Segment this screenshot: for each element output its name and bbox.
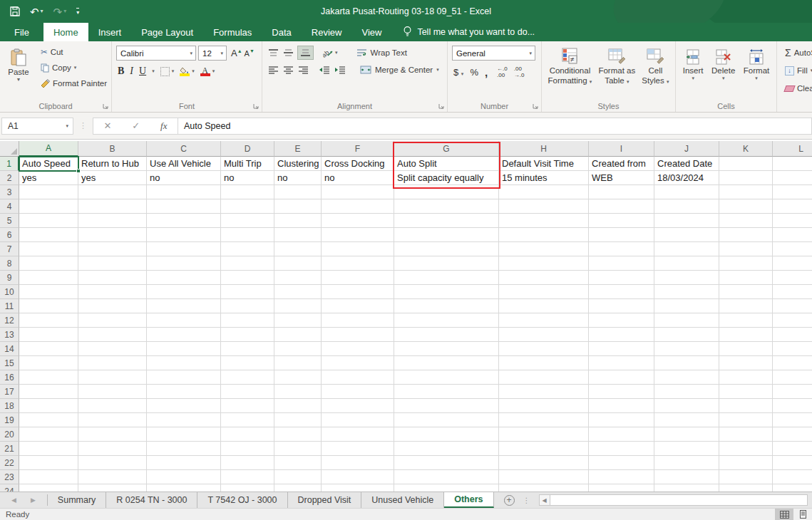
column-header-B[interactable]: B: [78, 141, 147, 157]
cell-H24[interactable]: [499, 484, 589, 492]
underline-button[interactable]: U: [139, 66, 146, 77]
cell-B20[interactable]: [78, 427, 147, 442]
cell-D6[interactable]: [221, 228, 274, 242]
cell-D15[interactable]: [221, 356, 274, 370]
cell-C9[interactable]: [147, 271, 221, 285]
cell-B16[interactable]: [78, 370, 147, 385]
cell-H18[interactable]: [499, 399, 589, 413]
cell-H9[interactable]: [499, 271, 589, 285]
row-header-16[interactable]: 16: [0, 370, 19, 385]
cell-A13[interactable]: [19, 328, 78, 342]
cell-C15[interactable]: [147, 356, 221, 370]
fill-button[interactable]: ↓Fill▾: [783, 63, 812, 78]
font-name-combo[interactable]: Calibri▾: [116, 46, 196, 61]
wrap-text-button[interactable]: Wrap Text: [356, 48, 407, 57]
cancel-icon[interactable]: ✕: [103, 120, 111, 131]
cell-I3[interactable]: [589, 185, 654, 199]
cell-E8[interactable]: [274, 256, 322, 271]
cell-L2[interactable]: [773, 171, 812, 185]
cell-C23[interactable]: [147, 470, 221, 484]
cell-A19[interactable]: [19, 413, 78, 427]
cell-K6[interactable]: [719, 228, 773, 242]
cell-D22[interactable]: [221, 456, 274, 470]
cell-I7[interactable]: [589, 242, 654, 256]
cell-J15[interactable]: [654, 356, 719, 370]
cell-F2[interactable]: no: [322, 171, 394, 185]
cell-K9[interactable]: [719, 271, 773, 285]
column-header-I[interactable]: I: [589, 141, 654, 157]
clear-button[interactable]: Clear: [783, 80, 812, 96]
row-header-18[interactable]: 18: [0, 399, 19, 413]
column-header-F[interactable]: F: [322, 141, 394, 157]
scroll-left-icon[interactable]: ◀: [539, 494, 550, 506]
cell-L12[interactable]: [773, 313, 812, 328]
bottom-align-icon[interactable]: [298, 46, 313, 59]
cell-I19[interactable]: [589, 413, 654, 427]
cell-A6[interactable]: [19, 228, 78, 242]
cell-G2[interactable]: Split capacity equally: [394, 171, 499, 185]
cell-E16[interactable]: [274, 370, 322, 385]
cell-D12[interactable]: [221, 313, 274, 328]
cell-L4[interactable]: [773, 199, 812, 214]
cell-I5[interactable]: [589, 214, 654, 228]
cell-G22[interactable]: [394, 456, 499, 470]
cell-E21[interactable]: [274, 442, 322, 456]
clipboard-dialog-launcher[interactable]: [102, 103, 109, 110]
cell-J3[interactable]: [654, 185, 719, 199]
cell-B7[interactable]: [78, 242, 147, 256]
merge-center-button[interactable]: Merge & Center▾: [360, 66, 439, 74]
row-header-15[interactable]: 15: [0, 356, 19, 370]
cell-I12[interactable]: [589, 313, 654, 328]
cell-H19[interactable]: [499, 413, 589, 427]
cell-J12[interactable]: [654, 313, 719, 328]
cell-G24[interactable]: [394, 484, 499, 492]
cell-C12[interactable]: [147, 313, 221, 328]
cell-F10[interactable]: [322, 285, 394, 299]
page-layout-view-icon[interactable]: [793, 509, 812, 520]
cell-H1[interactable]: Default Visit Time: [499, 157, 589, 171]
cell-F12[interactable]: [322, 313, 394, 328]
cell-G13[interactable]: [394, 328, 499, 342]
cell-K16[interactable]: [719, 370, 773, 385]
cell-E2[interactable]: no: [274, 171, 322, 185]
autosum-button[interactable]: ΣAutoSum: [783, 45, 812, 61]
cell-D4[interactable]: [221, 199, 274, 214]
cell-B3[interactable]: [78, 185, 147, 199]
cell-F23[interactable]: [322, 470, 394, 484]
cell-F19[interactable]: [322, 413, 394, 427]
cell-K23[interactable]: [719, 470, 773, 484]
cell-G19[interactable]: [394, 413, 499, 427]
cell-G16[interactable]: [394, 370, 499, 385]
cell-A24[interactable]: [19, 484, 78, 492]
decrease-decimal-icon[interactable]: .00→.0: [514, 66, 525, 79]
decrease-indent-icon[interactable]: [319, 66, 330, 74]
cell-C3[interactable]: [147, 185, 221, 199]
font-color-button[interactable]: A ▾: [200, 67, 215, 76]
sheet-tab-summary[interactable]: Summary: [48, 492, 106, 508]
row-header-4[interactable]: 4: [0, 199, 19, 214]
tab-file[interactable]: File: [0, 23, 43, 41]
cell-C10[interactable]: [147, 285, 221, 299]
cell-B8[interactable]: [78, 256, 147, 271]
cell-C17[interactable]: [147, 385, 221, 399]
cell-J10[interactable]: [654, 285, 719, 299]
cell-J18[interactable]: [654, 399, 719, 413]
tab-view[interactable]: View: [351, 23, 391, 41]
cell-D21[interactable]: [221, 442, 274, 456]
cell-J1[interactable]: Created Date: [654, 157, 719, 171]
cell-J22[interactable]: [654, 456, 719, 470]
cell-E20[interactable]: [274, 427, 322, 442]
cell-B6[interactable]: [78, 228, 147, 242]
column-header-D[interactable]: D: [221, 141, 274, 157]
cell-F4[interactable]: [322, 199, 394, 214]
cell-E17[interactable]: [274, 385, 322, 399]
cell-A14[interactable]: [19, 342, 78, 356]
cell-D2[interactable]: no: [221, 171, 274, 185]
cell-E1[interactable]: Clustering: [274, 157, 322, 171]
tell-me-box[interactable]: Tell me what you want to do...: [391, 23, 535, 41]
cell-L8[interactable]: [773, 256, 812, 271]
cell-B1[interactable]: Return to Hub: [78, 157, 147, 171]
row-header-24[interactable]: 24: [0, 484, 19, 492]
cell-D17[interactable]: [221, 385, 274, 399]
middle-align-icon[interactable]: [283, 48, 294, 57]
